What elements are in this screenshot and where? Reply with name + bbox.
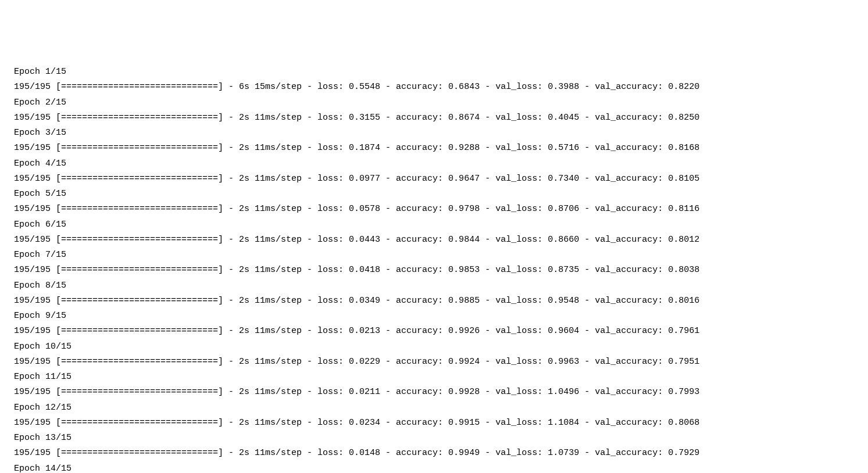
log-line: 195/195 [==============================]… bbox=[14, 263, 868, 278]
log-line: 195/195 [==============================]… bbox=[14, 293, 868, 309]
log-line: Epoch 6/15 bbox=[14, 217, 868, 232]
log-line: Epoch 5/15 bbox=[14, 187, 868, 202]
log-line: Epoch 12/15 bbox=[14, 400, 868, 415]
log-line: Epoch 2/15 bbox=[14, 95, 868, 110]
log-line: 195/195 [==============================]… bbox=[14, 354, 868, 370]
log-line: 195/195 [==============================]… bbox=[14, 385, 868, 400]
log-line: 195/195 [==============================]… bbox=[14, 110, 868, 126]
log-line: Epoch 4/15 bbox=[14, 156, 868, 171]
log-line: Epoch 7/15 bbox=[14, 248, 868, 263]
log-line: 195/195 [==============================]… bbox=[14, 324, 868, 339]
log-line: 195/195 [==============================]… bbox=[14, 171, 868, 187]
log-line: 195/195 [==============================]… bbox=[14, 232, 868, 248]
log-line: 195/195 [==============================]… bbox=[14, 415, 868, 431]
log-line: Epoch 8/15 bbox=[14, 278, 868, 293]
training-log-output: Epoch 1/15195/195 [=====================… bbox=[14, 64, 868, 473]
log-line: 195/195 [==============================]… bbox=[14, 446, 868, 461]
log-line: Epoch 9/15 bbox=[14, 309, 868, 324]
log-line: Epoch 10/15 bbox=[14, 339, 868, 354]
log-line: Epoch 13/15 bbox=[14, 431, 868, 446]
log-line: Epoch 3/15 bbox=[14, 126, 868, 141]
log-line: 195/195 [==============================]… bbox=[14, 202, 868, 217]
log-line: 195/195 [==============================]… bbox=[14, 80, 868, 95]
log-line: Epoch 14/15 bbox=[14, 461, 868, 474]
log-line: Epoch 1/15 bbox=[14, 64, 868, 80]
log-line: 195/195 [==============================]… bbox=[14, 141, 868, 156]
log-line: Epoch 11/15 bbox=[14, 370, 868, 385]
